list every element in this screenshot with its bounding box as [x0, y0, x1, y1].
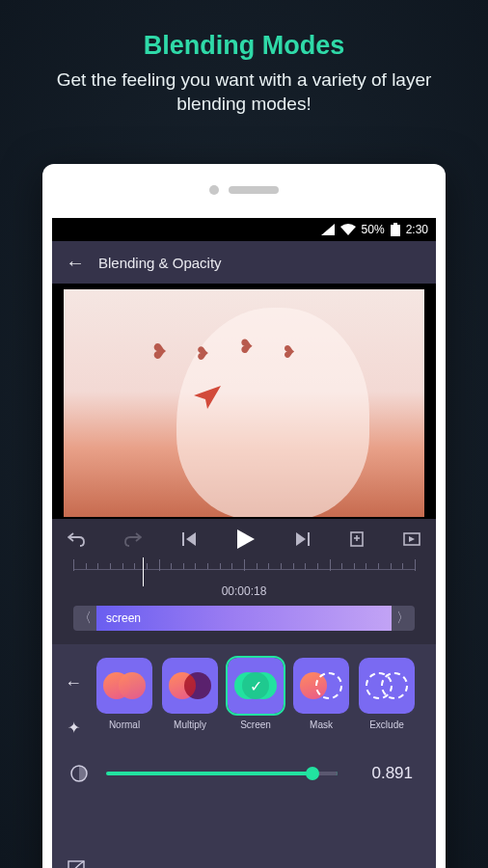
play-button[interactable] [237, 529, 255, 549]
signal-icon [321, 224, 335, 235]
header-title: Blending & Opacity [98, 255, 222, 271]
opacity-icon [66, 764, 93, 783]
redo-button[interactable] [124, 531, 142, 547]
back-button[interactable]: ← [66, 253, 85, 272]
preview-area: ❥ ❥ ❥ ❥ [52, 284, 436, 519]
bird-icon: ❥ [237, 336, 253, 358]
mode-screen[interactable]: ✓Screen [228, 658, 284, 730]
mode-label: Screen [228, 719, 284, 730]
mode-exclude[interactable]: Exclude [359, 658, 415, 730]
timeline-ruler[interactable] [73, 559, 415, 581]
bird-icon: ❥ [195, 343, 209, 365]
mode-label: Normal [96, 719, 152, 730]
mode-list: NormalMultiply✓ScreenMaskExclude [96, 658, 426, 730]
keyframe-sparkle-icon[interactable]: ✦ [68, 719, 80, 737]
paper-plane-icon [194, 385, 221, 416]
bird-icon: ❥ [282, 342, 295, 363]
loop-button[interactable] [403, 531, 420, 547]
next-frame-button[interactable] [294, 532, 310, 546]
mode-normal[interactable]: Normal [96, 658, 152, 730]
blend-modes-panel: ← ✦ NormalMultiply✓ScreenMaskExclude 0.8… [52, 644, 436, 868]
crop-transform-icon[interactable] [66, 858, 87, 868]
svg-rect-2 [182, 532, 184, 546]
clip-row: 〈 screen 〉 [52, 606, 436, 644]
playback-controls [52, 519, 436, 559]
clock: 2:30 [406, 223, 428, 236]
mode-label: Mask [293, 719, 349, 730]
prev-frame-button[interactable] [182, 532, 198, 546]
undo-button[interactable] [68, 531, 85, 547]
mode-multiply[interactable]: Multiply [162, 658, 218, 730]
slider-knob[interactable] [306, 767, 319, 780]
battery-icon [391, 223, 400, 236]
device-frame: 50% 2:30 ← Blending & Opacity ❥ ❥ ❥ ❥ [42, 164, 446, 868]
app-screen: 50% 2:30 ← Blending & Opacity ❥ ❥ ❥ ❥ [52, 218, 436, 868]
opacity-value: 0.891 [351, 764, 413, 783]
mode-label: Multiply [162, 719, 218, 730]
status-bar: 50% 2:30 [52, 218, 436, 241]
promo-title: Blending Modes [0, 0, 488, 61]
app-header: ← Blending & Opacity [52, 241, 436, 284]
clip-label: screen [106, 611, 141, 625]
nudge-right-button[interactable]: 〉 [392, 606, 415, 631]
clip[interactable]: screen [96, 606, 392, 631]
wifi-icon [340, 224, 356, 235]
bookmark-button[interactable] [350, 531, 364, 547]
svg-rect-1 [391, 225, 400, 236]
svg-rect-0 [393, 223, 397, 225]
mode-mask[interactable]: Mask [293, 658, 349, 730]
svg-rect-3 [308, 532, 310, 546]
preview-image: ❥ ❥ ❥ ❥ [64, 289, 424, 517]
timecode: 00:00:18 [52, 581, 436, 606]
nudge-left-button[interactable]: 〈 [73, 606, 96, 631]
bird-icon: ❥ [150, 339, 168, 365]
playhead[interactable] [143, 557, 144, 586]
opacity-slider[interactable] [106, 772, 338, 775]
battery-percent: 50% [362, 223, 385, 236]
panel-back-button[interactable]: ← [65, 673, 82, 693]
mode-label: Exclude [359, 719, 415, 730]
device-speaker [209, 185, 279, 195]
promo-subtitle: Get the feeling you want with a variety … [0, 61, 488, 116]
